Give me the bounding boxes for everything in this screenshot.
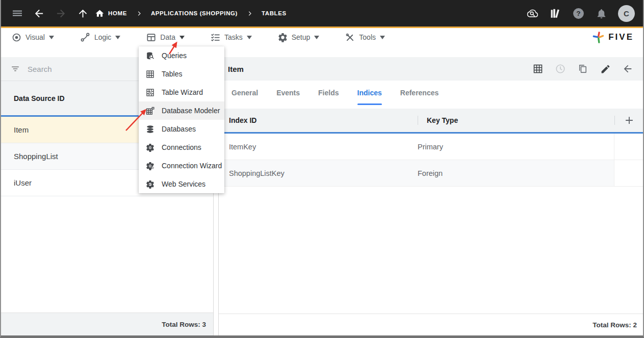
menu-data[interactable]: Data	[146, 32, 185, 43]
menu-label: Tasks	[224, 33, 243, 41]
library-button[interactable]	[546, 2, 564, 24]
cloud-search-button[interactable]	[523, 2, 542, 24]
menu-item-label: Connections	[162, 143, 201, 151]
indices-table-header: Index ID Key Type	[219, 109, 643, 132]
menu-item-queries[interactable]: Queries	[139, 46, 224, 65]
record-title: Item	[228, 65, 244, 73]
connections-icon	[145, 143, 155, 152]
cell-index-id: ItemKey	[229, 143, 418, 151]
copy-button[interactable]	[574, 60, 592, 78]
gear-icon	[277, 32, 288, 43]
list-item-label: Item	[14, 125, 29, 134]
help-button[interactable]: ?	[569, 2, 587, 24]
total-rows-label: Total Rows: 3	[162, 321, 206, 328]
filter-icon[interactable]	[10, 64, 20, 74]
database-modeler-icon	[145, 106, 155, 116]
content-area: Data Source ID Item ShoppingList iUser T…	[1, 46, 643, 335]
column-header-index-id[interactable]: Index ID	[229, 116, 418, 124]
notifications-button[interactable]	[592, 2, 610, 24]
up-button[interactable]	[72, 2, 94, 24]
record-header-actions	[529, 60, 637, 78]
add-column-cell	[614, 109, 643, 132]
menu-tools[interactable]: Tools	[345, 32, 385, 43]
books-icon	[549, 7, 562, 20]
breadcrumb: HOME APPLICATIONS (SHOPPING) TABLES	[95, 9, 287, 18]
edit-button[interactable]	[596, 60, 614, 78]
column-header-label: Data Source ID	[14, 94, 65, 102]
forward-button[interactable]	[50, 2, 72, 24]
five-logo-text: FIVE	[608, 32, 634, 42]
back-button[interactable]	[28, 2, 50, 24]
right-panel-footer: Total Rows: 2	[219, 314, 643, 335]
cell-key-type: Foreign	[418, 169, 614, 177]
menu-item-connection-wizard[interactable]: Connection Wizard	[139, 157, 224, 175]
hamburger-menu-button[interactable]	[6, 2, 28, 24]
topbar-actions: ? C	[523, 2, 638, 24]
queries-icon	[145, 51, 155, 61]
tab-references[interactable]: References	[400, 81, 439, 105]
list-item-label: ShoppingList	[14, 152, 58, 161]
breadcrumb-applications[interactable]: APPLICATIONS (SHOPPING)	[151, 10, 238, 16]
table-empty-space	[219, 187, 643, 314]
collapse-panel-button[interactable]	[619, 60, 637, 78]
user-avatar[interactable]: C	[618, 5, 635, 22]
breadcrumb-tables[interactable]: TABLES	[262, 10, 287, 16]
home-icon	[95, 9, 105, 18]
tasks-icon	[210, 32, 221, 43]
tab-indices[interactable]: Indices	[357, 81, 382, 105]
breadcrumb-home[interactable]: HOME	[95, 9, 127, 18]
arrow-forward-icon	[55, 8, 67, 19]
tab-label: References	[400, 89, 439, 97]
table-wizard-icon	[145, 88, 155, 97]
index-row-shoppinglistkey[interactable]: ShoppingListKey Foreign	[219, 160, 643, 187]
tab-label: Indices	[357, 89, 382, 97]
caret-down-icon	[115, 36, 120, 39]
caret-down-icon	[314, 36, 319, 39]
menu-item-databases[interactable]: Databases	[139, 120, 224, 138]
tab-general[interactable]: General	[231, 81, 258, 105]
tab-label: Events	[276, 89, 300, 97]
menu-label: Tools	[359, 33, 376, 41]
menu-item-connections[interactable]: Connections	[139, 138, 224, 157]
tables-icon	[145, 69, 155, 79]
menu-label: Logic	[94, 33, 111, 41]
databases-icon	[145, 124, 155, 134]
record-detail-panel: Item	[218, 57, 643, 335]
add-index-button[interactable]	[622, 113, 637, 128]
caret-down-icon	[380, 36, 385, 39]
column-header-key-type[interactable]: Key Type	[418, 109, 614, 132]
menu-tasks[interactable]: Tasks	[210, 32, 252, 43]
web-services-icon: API	[145, 179, 155, 189]
logic-icon	[80, 32, 91, 43]
cell-key-type: Primary	[418, 143, 614, 151]
main-menu-bar: Visual Logic Data Tasks	[1, 28, 643, 46]
tab-events[interactable]: Events	[276, 81, 300, 105]
menu-item-table-wizard[interactable]: Table Wizard	[139, 83, 224, 101]
five-logo-mark	[591, 31, 605, 44]
history-button[interactable]	[551, 60, 570, 78]
tab-label: Fields	[318, 89, 339, 97]
cell-index-id: ShoppingListKey	[229, 169, 418, 177]
index-row-itemkey[interactable]: ItemKey Primary	[219, 134, 643, 160]
menu-item-tables[interactable]: Tables	[139, 65, 224, 83]
breadcrumb-label: APPLICATIONS (SHOPPING)	[151, 10, 238, 16]
menu-item-label: Queries	[162, 51, 187, 60]
caret-down-icon	[49, 36, 54, 39]
clock-icon	[555, 63, 566, 74]
chevron-right-icon	[135, 10, 143, 17]
menu-item-label: Tables	[162, 70, 182, 78]
breadcrumb-label: TABLES	[262, 10, 287, 16]
cloud-search-icon	[526, 7, 539, 20]
avatar-initial: C	[624, 9, 629, 18]
table-view-button[interactable]	[529, 60, 547, 78]
tab-fields[interactable]: Fields	[318, 81, 339, 105]
menu-logic[interactable]: Logic	[80, 32, 120, 43]
arrow-up-icon	[77, 8, 89, 19]
menu-setup[interactable]: Setup	[277, 32, 320, 43]
menu-item-web-services[interactable]: API Web Services	[139, 175, 224, 193]
five-logo: FIVE	[591, 28, 634, 46]
cell-actions	[614, 134, 643, 160]
menu-visual[interactable]: Visual	[11, 32, 54, 43]
menu-item-database-modeler[interactable]: Database Modeler	[139, 101, 224, 120]
cell-actions	[614, 160, 643, 186]
